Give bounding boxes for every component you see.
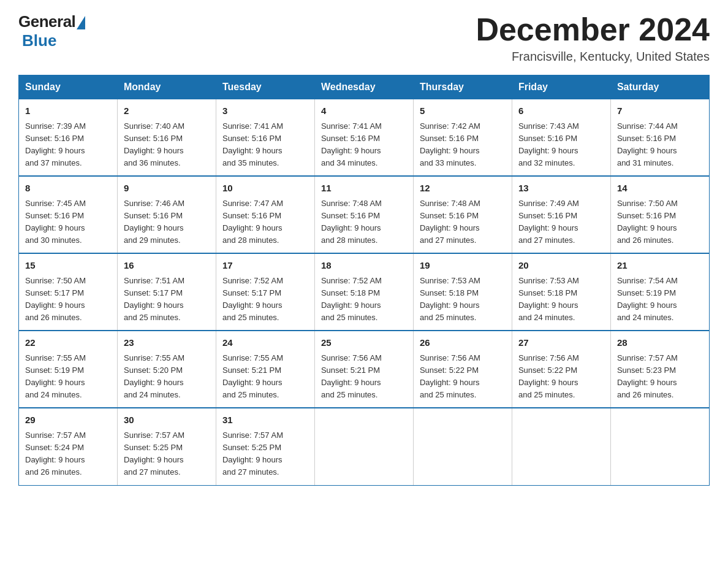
calendar-day-cell: 4Sunrise: 7:41 AMSunset: 5:16 PMDaylight… bbox=[314, 99, 413, 177]
day-info: Sunrise: 7:48 AMSunset: 5:16 PMDaylight:… bbox=[420, 199, 480, 245]
day-number: 23 bbox=[124, 336, 210, 350]
day-info: Sunrise: 7:54 AMSunset: 5:19 PMDaylight:… bbox=[617, 276, 678, 322]
calendar-day-cell: 24Sunrise: 7:55 AMSunset: 5:21 PMDayligh… bbox=[216, 331, 314, 408]
day-number: 28 bbox=[617, 336, 703, 350]
day-info: Sunrise: 7:39 AMSunset: 5:16 PMDaylight:… bbox=[25, 121, 86, 167]
calendar-week-row: 29Sunrise: 7:57 AMSunset: 5:24 PMDayligh… bbox=[19, 408, 710, 485]
day-info: Sunrise: 7:45 AMSunset: 5:16 PMDaylight:… bbox=[25, 199, 86, 245]
calendar-header-monday: Monday bbox=[117, 75, 216, 99]
day-info: Sunrise: 7:46 AMSunset: 5:16 PMDaylight:… bbox=[124, 199, 184, 245]
calendar-day-cell: 25Sunrise: 7:56 AMSunset: 5:21 PMDayligh… bbox=[314, 331, 413, 408]
day-info: Sunrise: 7:52 AMSunset: 5:18 PMDaylight:… bbox=[321, 276, 382, 322]
day-number: 19 bbox=[420, 259, 506, 273]
calendar-day-cell: 10Sunrise: 7:47 AMSunset: 5:16 PMDayligh… bbox=[216, 176, 314, 253]
day-info: Sunrise: 7:50 AMSunset: 5:16 PMDaylight:… bbox=[617, 199, 678, 245]
day-number: 7 bbox=[617, 104, 703, 118]
day-info: Sunrise: 7:55 AMSunset: 5:20 PMDaylight:… bbox=[124, 353, 184, 399]
day-info: Sunrise: 7:57 AMSunset: 5:23 PMDaylight:… bbox=[617, 353, 678, 399]
calendar-day-cell: 5Sunrise: 7:42 AMSunset: 5:16 PMDaylight… bbox=[413, 99, 512, 177]
day-info: Sunrise: 7:57 AMSunset: 5:24 PMDaylight:… bbox=[25, 431, 86, 477]
day-info: Sunrise: 7:51 AMSunset: 5:17 PMDaylight:… bbox=[124, 276, 184, 322]
calendar-day-cell: 16Sunrise: 7:51 AMSunset: 5:17 PMDayligh… bbox=[117, 253, 216, 331]
day-number: 12 bbox=[420, 182, 506, 196]
day-number: 4 bbox=[321, 104, 407, 118]
day-info: Sunrise: 7:55 AMSunset: 5:21 PMDaylight:… bbox=[222, 353, 283, 399]
day-number: 18 bbox=[321, 259, 407, 273]
calendar-day-cell: 31Sunrise: 7:57 AMSunset: 5:25 PMDayligh… bbox=[216, 408, 314, 485]
day-number: 13 bbox=[518, 182, 604, 196]
logo: General Blue bbox=[18, 12, 85, 50]
day-number: 15 bbox=[25, 259, 111, 273]
day-info: Sunrise: 7:56 AMSunset: 5:22 PMDaylight:… bbox=[518, 353, 579, 399]
day-info: Sunrise: 7:50 AMSunset: 5:17 PMDaylight:… bbox=[25, 276, 86, 322]
day-info: Sunrise: 7:53 AMSunset: 5:18 PMDaylight:… bbox=[518, 276, 579, 322]
day-number: 5 bbox=[420, 104, 506, 118]
calendar-day-cell bbox=[610, 408, 709, 485]
day-number: 30 bbox=[124, 413, 210, 427]
calendar-header-saturday: Saturday bbox=[610, 75, 709, 99]
day-number: 8 bbox=[25, 182, 111, 196]
day-info: Sunrise: 7:57 AMSunset: 5:25 PMDaylight:… bbox=[222, 431, 283, 477]
title-area: December 2024 Francisville, Kentucky, Un… bbox=[476, 12, 710, 64]
location-title: Francisville, Kentucky, United States bbox=[476, 50, 710, 64]
day-number: 16 bbox=[124, 259, 210, 273]
day-number: 22 bbox=[25, 336, 111, 350]
calendar-day-cell: 6Sunrise: 7:43 AMSunset: 5:16 PMDaylight… bbox=[512, 99, 610, 177]
calendar-header-sunday: Sunday bbox=[19, 75, 118, 99]
day-number: 29 bbox=[25, 413, 111, 427]
day-info: Sunrise: 7:43 AMSunset: 5:16 PMDaylight:… bbox=[518, 121, 579, 167]
day-info: Sunrise: 7:48 AMSunset: 5:16 PMDaylight:… bbox=[321, 199, 382, 245]
logo-blue-text: Blue bbox=[22, 31, 56, 50]
calendar-header-tuesday: Tuesday bbox=[216, 75, 314, 99]
day-number: 20 bbox=[518, 259, 604, 273]
day-number: 25 bbox=[321, 336, 407, 350]
calendar-day-cell: 30Sunrise: 7:57 AMSunset: 5:25 PMDayligh… bbox=[117, 408, 216, 485]
calendar-day-cell: 11Sunrise: 7:48 AMSunset: 5:16 PMDayligh… bbox=[314, 176, 413, 253]
calendar-day-cell: 26Sunrise: 7:56 AMSunset: 5:22 PMDayligh… bbox=[413, 331, 512, 408]
calendar-day-cell bbox=[413, 408, 512, 485]
calendar-day-cell: 22Sunrise: 7:55 AMSunset: 5:19 PMDayligh… bbox=[19, 331, 118, 408]
day-info: Sunrise: 7:57 AMSunset: 5:25 PMDaylight:… bbox=[124, 431, 184, 477]
day-number: 3 bbox=[222, 104, 308, 118]
calendar-day-cell: 21Sunrise: 7:54 AMSunset: 5:19 PMDayligh… bbox=[610, 253, 709, 331]
day-info: Sunrise: 7:41 AMSunset: 5:16 PMDaylight:… bbox=[222, 121, 283, 167]
calendar-day-cell: 17Sunrise: 7:52 AMSunset: 5:17 PMDayligh… bbox=[216, 253, 314, 331]
calendar-day-cell: 19Sunrise: 7:53 AMSunset: 5:18 PMDayligh… bbox=[413, 253, 512, 331]
page-header: General Blue December 2024 Francisville,… bbox=[18, 12, 710, 64]
day-number: 21 bbox=[617, 259, 703, 273]
day-number: 2 bbox=[124, 104, 210, 118]
calendar-day-cell: 12Sunrise: 7:48 AMSunset: 5:16 PMDayligh… bbox=[413, 176, 512, 253]
calendar-week-row: 15Sunrise: 7:50 AMSunset: 5:17 PMDayligh… bbox=[19, 253, 710, 331]
day-info: Sunrise: 7:42 AMSunset: 5:16 PMDaylight:… bbox=[420, 121, 480, 167]
day-info: Sunrise: 7:56 AMSunset: 5:22 PMDaylight:… bbox=[420, 353, 480, 399]
calendar-day-cell: 15Sunrise: 7:50 AMSunset: 5:17 PMDayligh… bbox=[19, 253, 118, 331]
day-number: 27 bbox=[518, 336, 604, 350]
calendar-header-friday: Friday bbox=[512, 75, 610, 99]
calendar-header-wednesday: Wednesday bbox=[314, 75, 413, 99]
calendar-day-cell: 13Sunrise: 7:49 AMSunset: 5:16 PMDayligh… bbox=[512, 176, 610, 253]
calendar-day-cell bbox=[314, 408, 413, 485]
day-info: Sunrise: 7:47 AMSunset: 5:16 PMDaylight:… bbox=[222, 199, 283, 245]
calendar-day-cell: 7Sunrise: 7:44 AMSunset: 5:16 PMDaylight… bbox=[610, 99, 709, 177]
calendar-day-cell: 8Sunrise: 7:45 AMSunset: 5:16 PMDaylight… bbox=[19, 176, 118, 253]
calendar-header-thursday: Thursday bbox=[413, 75, 512, 99]
calendar-week-row: 22Sunrise: 7:55 AMSunset: 5:19 PMDayligh… bbox=[19, 331, 710, 408]
day-info: Sunrise: 7:44 AMSunset: 5:16 PMDaylight:… bbox=[617, 121, 678, 167]
calendar-day-cell: 23Sunrise: 7:55 AMSunset: 5:20 PMDayligh… bbox=[117, 331, 216, 408]
calendar-day-cell: 1Sunrise: 7:39 AMSunset: 5:16 PMDaylight… bbox=[19, 99, 118, 177]
day-number: 10 bbox=[222, 182, 308, 196]
day-info: Sunrise: 7:40 AMSunset: 5:16 PMDaylight:… bbox=[124, 121, 184, 167]
day-info: Sunrise: 7:56 AMSunset: 5:21 PMDaylight:… bbox=[321, 353, 382, 399]
day-number: 11 bbox=[321, 182, 407, 196]
calendar-day-cell: 20Sunrise: 7:53 AMSunset: 5:18 PMDayligh… bbox=[512, 253, 610, 331]
calendar-day-cell: 2Sunrise: 7:40 AMSunset: 5:16 PMDaylight… bbox=[117, 99, 216, 177]
calendar-day-cell: 3Sunrise: 7:41 AMSunset: 5:16 PMDaylight… bbox=[216, 99, 314, 177]
logo-general-text: General bbox=[18, 12, 75, 31]
day-info: Sunrise: 7:53 AMSunset: 5:18 PMDaylight:… bbox=[420, 276, 480, 322]
day-info: Sunrise: 7:52 AMSunset: 5:17 PMDaylight:… bbox=[222, 276, 283, 322]
day-number: 1 bbox=[25, 104, 111, 118]
calendar-day-cell bbox=[512, 408, 610, 485]
month-title: December 2024 bbox=[476, 12, 710, 47]
calendar-day-cell: 27Sunrise: 7:56 AMSunset: 5:22 PMDayligh… bbox=[512, 331, 610, 408]
calendar-day-cell: 28Sunrise: 7:57 AMSunset: 5:23 PMDayligh… bbox=[610, 331, 709, 408]
